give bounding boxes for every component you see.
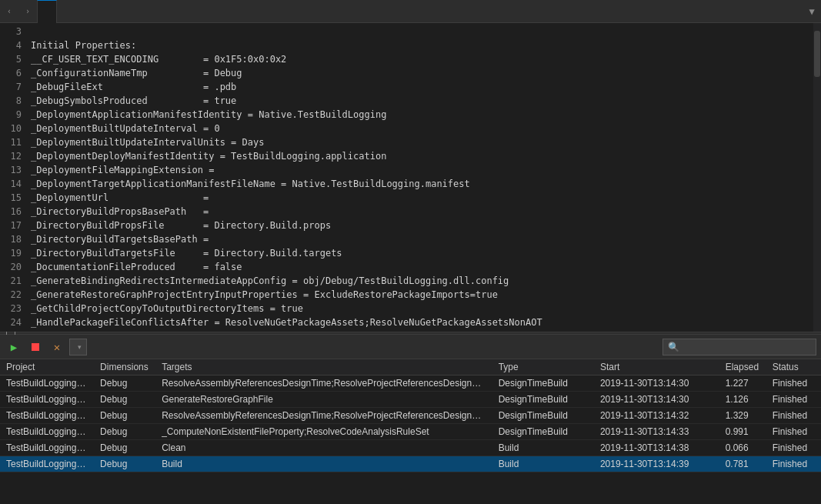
col-header-start: Start (594, 359, 719, 375)
table-cell: TestBuildLogging.csproj (0, 375, 94, 392)
table-row[interactable]: TestBuildLogging.csprojDebugResolveAssem… (0, 408, 821, 424)
table-header: Project Dimensions Targets Type Start El… (0, 359, 821, 375)
code-line (28, 25, 813, 38)
code-line: _HandlePackageFileConflictsAfter = Resol… (28, 315, 813, 329)
code-line: _DocumentationFileProduced = false (28, 260, 813, 274)
search-icon: 🔍 (668, 342, 679, 352)
table-cell: 1.329 (719, 408, 766, 424)
table-cell: TestBuildLogging.csproj (0, 408, 94, 424)
build-logging-panel: ▶ ✕ ▾ 🔍 Project Dimensions Targets Type (0, 335, 821, 504)
table-cell: Debug (94, 424, 155, 440)
code-line: _ConfigurationNameTmp = Debug (28, 66, 813, 80)
table-row[interactable]: TestBuildLogging.csprojDebug_ComputeNonE… (0, 424, 821, 440)
table-cell: DesignTimeBuild (492, 424, 594, 440)
table-cell: Build (492, 440, 594, 456)
table-cell: 0.781 (719, 456, 766, 472)
stop-button[interactable] (26, 338, 45, 356)
table-cell: DesignTimeBuild (492, 375, 594, 392)
table-body: TestBuildLogging.csprojDebugResolveAssem… (0, 375, 821, 472)
table-cell: TestBuildLogging.csproj (0, 392, 94, 408)
col-header-type: Type (492, 359, 594, 375)
code-line: _GetChildProjectCopyToOutputDirectoryIte… (28, 302, 813, 315)
code-line: _DirectoryBuildTargetsFile = Directory.B… (28, 246, 813, 260)
col-header-targets: Targets (155, 359, 492, 375)
code-line: _GenerateBindingRedirectsIntermediateApp… (28, 274, 813, 288)
table-cell: Finished (766, 424, 821, 440)
table-cell: Build (155, 456, 492, 472)
table-cell: TestBuildLogging.csproj (0, 456, 94, 472)
tab-dropdown-button[interactable]: ▼ (803, 0, 821, 23)
table-row[interactable]: TestBuildLogging.csprojDebugBuildBuild20… (0, 456, 821, 472)
build-table: Project Dimensions Targets Type Start El… (0, 359, 821, 504)
table-cell: Finished (766, 456, 821, 472)
table-cell: 2019-11-30T13:14:32 (594, 408, 719, 424)
back-button[interactable]: ‹ (0, 0, 18, 23)
table-cell: TestBuildLogging.csproj (0, 440, 94, 456)
col-header-status: Status (766, 359, 821, 375)
table-cell: Debug (94, 375, 155, 392)
table-cell: 0.991 (719, 424, 766, 440)
stop-icon (32, 343, 39, 351)
code-line: _DebugFileExt = .pdb (28, 80, 813, 94)
search-box[interactable]: 🔍 (662, 339, 816, 355)
code-line: Initial Properties: (28, 38, 813, 52)
code-line: _DeploymentBuiltUpdateIntervalUnits = Da… (28, 135, 813, 149)
table-cell: 2019-11-30T13:14:38 (594, 440, 719, 456)
table-cell: 2019-11-30T13:14:30 (594, 375, 719, 392)
code-line: _DeploymentDeployManifestIdentity = Test… (28, 149, 813, 163)
code-line: __CF_USER_TEXT_ENCODING = 0x1F5:0x0:0x2 (28, 52, 813, 66)
code-line: _DeploymentUrl = (28, 191, 813, 205)
code-line: _DirectoryBuildPropsBasePath = (28, 205, 813, 219)
table-cell: 1.227 (719, 375, 766, 392)
table-cell: GenerateRestoreGraphFile (155, 392, 492, 408)
table-row[interactable]: TestBuildLogging.csprojDebugResolveAssem… (0, 375, 821, 392)
table-cell: ResolveAssemblyReferencesDesignTime;Reso… (155, 375, 492, 392)
play-button[interactable]: ▶ (5, 338, 23, 356)
table-cell: Build (492, 456, 594, 472)
build-toolbar: ▶ ✕ ▾ 🔍 (0, 335, 821, 359)
code-line: _DeploymentApplicationManifestIdentity =… (28, 108, 813, 122)
table-cell: 0.066 (719, 440, 766, 456)
line-numbers: 3456789101112131415161718192021222324252… (0, 23, 28, 332)
table-cell: 2019-11-30T13:14:30 (594, 392, 719, 408)
clear-button[interactable]: ✕ (48, 338, 66, 356)
code-line: _DeploymentTargetApplicationManifestFile… (28, 177, 813, 191)
table-cell: 2019-11-30T13:14:33 (594, 424, 719, 440)
code-line: _DirectoryBuildPropsFile = Directory.Bui… (28, 219, 813, 232)
table-cell: Clean (155, 440, 492, 456)
table-cell: 1.126 (719, 392, 766, 408)
log-table: Project Dimensions Targets Type Start El… (0, 359, 821, 472)
col-header-project: Project (0, 359, 94, 375)
code-line: _GenerateRestoreGraphProjectEntryInputPr… (28, 288, 813, 302)
table-cell: Finished (766, 440, 821, 456)
table-cell: Finished (766, 408, 821, 424)
table-cell: TestBuildLogging.csproj (0, 424, 94, 440)
table-cell: DesignTimeBuild (492, 392, 594, 408)
code-line: _DeploymentFileMappingExtension = (28, 163, 813, 177)
forward-button[interactable]: › (18, 0, 37, 23)
code-line: _DeploymentBuiltUpdateInterval = 0 (28, 122, 813, 135)
col-header-dimensions: Dimensions (94, 359, 155, 375)
search-input[interactable] (682, 342, 811, 352)
filter-dropdown[interactable]: ▾ (69, 339, 87, 355)
table-cell: Finished (766, 392, 821, 408)
code-line: _DebugSymbolsProduced = true (28, 94, 813, 108)
table-cell: Debug (94, 392, 155, 408)
table-cell: DesignTimeBuild (492, 408, 594, 424)
code-line: _DirectoryBuildTargetsBasePath = (28, 232, 813, 246)
filter-arrow-icon: ▾ (78, 343, 82, 351)
table-cell: _ComputeNonExistentFileProperty;ResolveC… (155, 424, 492, 440)
active-tab[interactable] (37, 0, 57, 23)
table-cell: Debug (94, 408, 155, 424)
clear-icon: ✕ (54, 341, 60, 353)
scrollbar-thumb[interactable] (814, 31, 820, 77)
code-line: _HandlePackageFileConflictsBefore = Reso… (28, 329, 813, 332)
code-content[interactable]: Initial Properties:__CF_USER_TEXT_ENCODI… (28, 23, 813, 332)
table-cell: Debug (94, 456, 155, 472)
table-cell: Debug (94, 440, 155, 456)
table-row[interactable]: TestBuildLogging.csprojDebugGenerateRest… (0, 392, 821, 408)
table-row[interactable]: TestBuildLogging.csprojDebugCleanBuild20… (0, 440, 821, 456)
table-cell: ResolveAssemblyReferencesDesignTime;Reso… (155, 408, 492, 424)
vertical-scrollbar[interactable] (813, 23, 821, 332)
col-header-elapsed: Elapsed (719, 359, 766, 375)
